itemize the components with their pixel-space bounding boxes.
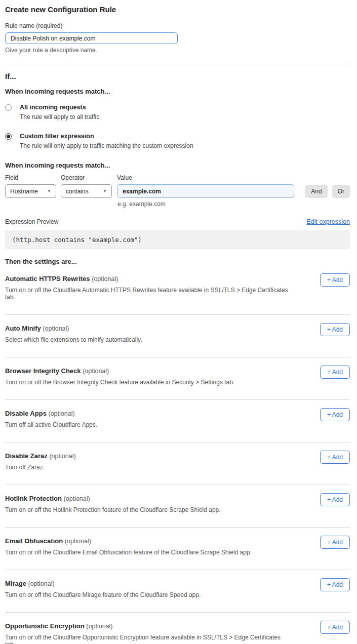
operator-label: Operator xyxy=(61,174,112,181)
expression-preview-code: (http.host contains "example.com") xyxy=(5,230,350,249)
create-configuration-rule-page: Create new Configuration Rule Rule name … xyxy=(0,0,357,644)
radio-option-label: Custom filter expression xyxy=(20,133,193,140)
then-settings-heading: Then the settings are... xyxy=(5,258,350,265)
settings-list: Automatic HTTPS Rewrites (optional) Turn… xyxy=(5,265,350,644)
setting-name: Hotlink Protection xyxy=(5,495,62,502)
add-setting-button[interactable]: + Add xyxy=(320,451,350,464)
and-button[interactable]: And xyxy=(305,185,327,198)
setting-name: Browser Integrity Check xyxy=(5,367,81,375)
page-title: Create new Configuration Rule xyxy=(5,5,350,14)
value-input[interactable] xyxy=(117,184,294,198)
setting-row: Mirage (optional) Turn on or off the Clo… xyxy=(5,570,350,613)
radio-button-icon[interactable] xyxy=(5,133,12,140)
add-setting-button[interactable]: + Add xyxy=(320,621,350,634)
radio-option-label: All incoming requests xyxy=(20,104,99,111)
add-setting-button[interactable]: + Add xyxy=(320,323,350,336)
value-label: Value xyxy=(117,174,294,181)
if-heading: If... xyxy=(5,72,350,80)
expression-preview-label: Expression Preview xyxy=(5,218,58,225)
expression-builder: When incoming requests match... Field Ho… xyxy=(5,162,350,208)
add-setting-button[interactable]: + Add xyxy=(320,536,350,549)
setting-name: Automatic HTTPS Rewrites xyxy=(5,275,90,283)
setting-name: Opportunistic Encryption xyxy=(5,622,85,630)
radio-option-description: The rule will only apply to traffic matc… xyxy=(20,142,193,149)
incoming-requests-match-label: When incoming requests match... xyxy=(5,88,350,95)
setting-description: Turn on or off the Hotlink Protection fe… xyxy=(5,506,289,513)
setting-name: Email Obfuscation xyxy=(5,537,63,545)
or-button[interactable]: Or xyxy=(332,185,350,198)
setting-optional-tag: (optional) xyxy=(49,410,75,417)
setting-optional-tag: (optional) xyxy=(65,538,91,545)
setting-row: Automatic HTTPS Rewrites (optional) Turn… xyxy=(5,265,350,315)
setting-row: Auto Minify (optional) Select which file… xyxy=(5,315,350,357)
radio-custom-filter-expression[interactable]: Custom filter expression The rule will o… xyxy=(5,133,350,149)
edit-expression-link[interactable]: Edit expression xyxy=(307,218,350,225)
request-match-radio-group: All incoming requests The rule will appl… xyxy=(5,104,350,149)
field-label: Field xyxy=(5,174,56,181)
setting-description: Select which file extensions to minify a… xyxy=(5,336,289,343)
add-setting-button[interactable]: + Add xyxy=(320,578,350,591)
setting-name: Mirage xyxy=(5,580,26,587)
add-setting-button[interactable]: + Add xyxy=(320,493,350,506)
add-setting-button[interactable]: + Add xyxy=(320,408,350,421)
setting-row: Email Obfuscation (optional) Turn on or … xyxy=(5,528,350,570)
setting-optional-tag: (optional) xyxy=(83,368,109,375)
radio-all-incoming-requests[interactable]: All incoming requests The rule will appl… xyxy=(5,104,350,120)
setting-row: Opportunistic Encryption (optional) Turn… xyxy=(5,613,350,644)
radio-button-icon[interactable] xyxy=(5,104,12,111)
section-divider xyxy=(5,64,350,64)
expression-preview-header: Expression Preview Edit expression xyxy=(5,218,350,225)
setting-description: Turn on or off the Cloudflare Email Obfu… xyxy=(5,549,289,556)
setting-row: Browser Integrity Check (optional) Turn … xyxy=(5,357,350,400)
setting-optional-tag: (optional) xyxy=(43,325,69,332)
setting-name: Auto Minify xyxy=(5,325,41,332)
setting-row: Disable Zaraz (optional) Turn off Zaraz.… xyxy=(5,442,350,485)
field-select[interactable]: Hostname ▼ xyxy=(5,184,56,198)
setting-name: Disable Zaraz xyxy=(5,452,48,460)
rule-name-input[interactable] xyxy=(5,32,178,44)
add-setting-button[interactable]: + Add xyxy=(320,273,350,287)
field-select-value: Hostname xyxy=(10,188,38,195)
radio-option-description: The rule will apply to all traffic xyxy=(20,113,99,120)
setting-optional-tag: (optional) xyxy=(64,495,90,502)
setting-row: Disable Apps (optional) Turn off all act… xyxy=(5,400,350,442)
setting-description: Turn off all active Cloudflare Apps. xyxy=(5,421,289,428)
rule-name-helper: Give your rule a descriptive name. xyxy=(5,47,350,54)
add-setting-button[interactable]: + Add xyxy=(320,366,350,379)
setting-description: Turn on or off the Cloudflare Mirage fea… xyxy=(5,591,289,598)
setting-row: Hotlink Protection (optional) Turn on or… xyxy=(5,485,350,528)
rule-name-label: Rule name (required) xyxy=(5,22,350,29)
chevron-down-icon: ▼ xyxy=(47,189,51,193)
builder-match-label: When incoming requests match... xyxy=(5,162,350,169)
setting-description: Turn on or off the Cloudflare Opportunis… xyxy=(5,634,289,644)
setting-description: Turn on or off the Browser Integrity Che… xyxy=(5,379,289,386)
setting-optional-tag: (optional) xyxy=(86,623,112,630)
setting-optional-tag: (optional) xyxy=(49,453,75,460)
setting-description: Turn off Zaraz. xyxy=(5,464,289,471)
setting-optional-tag: (optional) xyxy=(92,275,118,283)
value-helper: e.g. example.com xyxy=(117,200,350,208)
setting-optional-tag: (optional) xyxy=(28,580,55,587)
chevron-down-icon: ▼ xyxy=(103,189,107,193)
setting-description: Turn on or off the Cloudflare Automatic … xyxy=(5,287,289,301)
setting-name: Disable Apps xyxy=(5,410,47,417)
operator-select[interactable]: contains ▼ xyxy=(61,184,112,198)
operator-select-value: contains xyxy=(66,188,89,195)
